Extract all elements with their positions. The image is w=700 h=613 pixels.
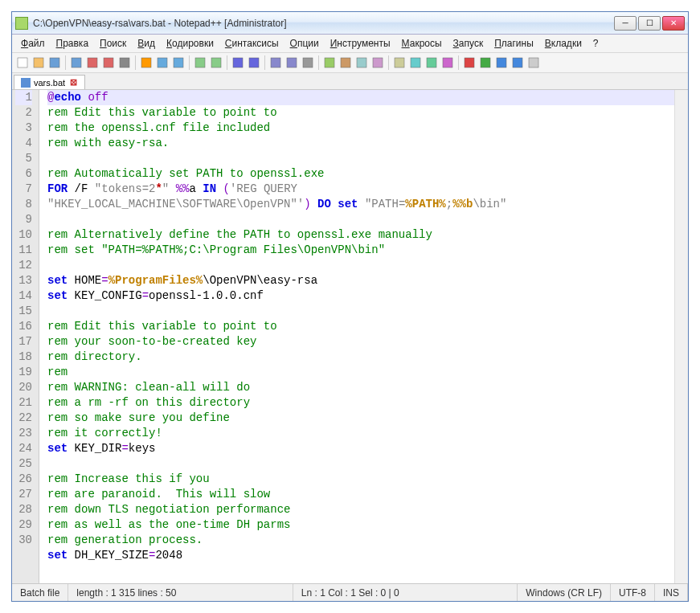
menu-вид[interactable]: Вид <box>132 36 161 51</box>
svg-rect-14 <box>271 58 280 67</box>
code-line[interactable]: rem are paranoid. This will slow <box>47 487 674 502</box>
status-eol[interactable]: Windows (CR LF) <box>518 584 611 601</box>
save-macro-icon[interactable] <box>526 55 541 70</box>
close-icon[interactable] <box>85 55 100 70</box>
vertical-scrollbar[interactable] <box>674 90 688 583</box>
play-multi-icon[interactable] <box>510 55 525 70</box>
code-content[interactable]: @echo offrem Edit this variable to point… <box>39 90 674 583</box>
menu-кодировки[interactable]: Кодировки <box>161 36 219 51</box>
zoom-out-icon[interactable] <box>285 55 299 70</box>
status-bar: Batch file length : 1 315 lines : 50 Ln … <box>12 583 688 601</box>
menu-поиск[interactable]: Поиск <box>94 36 132 51</box>
stop-macro-icon[interactable] <box>478 55 493 70</box>
svg-rect-19 <box>357 58 366 67</box>
svg-rect-4 <box>88 58 97 67</box>
record-macro-icon[interactable] <box>462 55 477 70</box>
minimize-button[interactable]: ─ <box>614 16 637 31</box>
menu-опции[interactable]: Опции <box>285 36 325 51</box>
menu-файл[interactable]: Файл <box>15 36 51 51</box>
lang-icon[interactable] <box>370 55 385 70</box>
monitor-icon[interactable] <box>392 55 407 70</box>
status-encoding[interactable]: UTF-8 <box>611 584 655 601</box>
code-line[interactable]: rem so make sure you define <box>47 411 674 426</box>
code-line[interactable] <box>47 212 674 227</box>
code-line[interactable] <box>47 151 674 166</box>
close-button[interactable]: ✕ <box>662 16 685 31</box>
code-line[interactable]: rem the openssl.cnf file included <box>47 121 674 136</box>
indent-guide-icon[interactable] <box>354 55 369 70</box>
code-line[interactable] <box>47 258 674 273</box>
undo-icon[interactable] <box>193 55 207 70</box>
replace-icon[interactable] <box>247 55 261 70</box>
code-line[interactable]: set HOME=%ProgramFiles%\OpenVPN\easy-rsa <box>47 273 674 288</box>
svg-rect-28 <box>513 58 522 67</box>
svg-rect-18 <box>341 58 350 67</box>
code-line[interactable]: rem generation process. <box>47 533 674 548</box>
code-line[interactable]: set DH_KEY_SIZE=2048 <box>47 548 674 563</box>
code-line[interactable] <box>47 304 674 319</box>
folder-icon[interactable] <box>440 55 455 70</box>
code-line[interactable] <box>47 456 674 472</box>
redo-icon[interactable] <box>209 55 223 70</box>
code-line[interactable]: rem Alternatively define the PATH to ope… <box>47 227 674 243</box>
code-line[interactable]: set KEY_DIR=keys <box>47 441 674 456</box>
svg-rect-16 <box>303 58 313 67</box>
menu-инструменты[interactable]: Инструменты <box>325 36 396 51</box>
paste-icon[interactable] <box>171 55 186 70</box>
line-number: 1 <box>15 90 32 105</box>
doc-map-icon[interactable] <box>408 55 423 70</box>
menu-запуск[interactable]: Запуск <box>448 36 489 51</box>
code-line[interactable]: rem Edit this variable to point to <box>47 319 674 334</box>
status-filetype: Batch file <box>12 584 68 601</box>
save-all-icon[interactable] <box>69 55 84 70</box>
save-icon[interactable] <box>47 55 62 70</box>
code-line[interactable]: rem it correctly! <box>47 426 674 441</box>
menu-?[interactable]: ? <box>587 36 604 51</box>
sync-icon[interactable] <box>301 55 315 70</box>
code-line[interactable]: rem set "PATH=%PATH%;C:\Program Files\Op… <box>47 243 674 258</box>
find-icon[interactable] <box>231 55 245 70</box>
code-line[interactable]: rem with easy-rsa. <box>47 136 674 151</box>
line-number: 23 <box>15 426 32 441</box>
menu-плагины[interactable]: Плагины <box>489 36 539 51</box>
code-line[interactable]: rem your soon-to-be-created key <box>47 334 674 349</box>
open-icon[interactable] <box>31 55 46 70</box>
window-title: C:\OpenVPN\easy-rsa\vars.bat - Notepad++… <box>33 18 614 29</box>
code-line[interactable]: set KEY_CONFIG=openssl-1.0.0.cnf <box>47 288 674 304</box>
file-tab[interactable]: vars.bat ⊠ <box>14 75 85 89</box>
all-chars-icon[interactable] <box>338 55 353 70</box>
play-macro-icon[interactable] <box>494 55 509 70</box>
code-line[interactable]: rem Edit this variable to point to <box>47 105 674 121</box>
code-line[interactable]: rem Increase this if you <box>47 472 674 487</box>
cut-icon[interactable] <box>139 55 154 70</box>
code-line[interactable]: rem as well as the one-time DH parms <box>47 517 674 533</box>
print-icon[interactable] <box>117 55 132 70</box>
svg-rect-21 <box>395 58 404 67</box>
code-line[interactable]: rem Automatically set PATH to openssl.ex… <box>47 166 674 182</box>
svg-rect-25 <box>465 58 474 67</box>
menu-синтаксисы[interactable]: Синтаксисы <box>219 36 285 51</box>
func-list-icon[interactable] <box>424 55 439 70</box>
menu-макросы[interactable]: Макросы <box>396 36 448 51</box>
new-icon[interactable] <box>15 55 30 70</box>
svg-rect-7 <box>141 58 151 67</box>
menu-правка[interactable]: Правка <box>51 36 95 51</box>
maximize-button[interactable]: ☐ <box>638 16 661 31</box>
editor-area[interactable]: 1234567891011121314151617181920212223242… <box>12 90 688 583</box>
code-line[interactable]: rem down TLS negotiation performance <box>47 502 674 517</box>
code-line[interactable]: @echo off <box>47 90 674 105</box>
svg-rect-11 <box>211 58 221 67</box>
close-all-icon[interactable] <box>101 55 116 70</box>
code-line[interactable]: rem directory. <box>47 349 674 365</box>
status-mode[interactable]: INS <box>655 584 688 601</box>
tab-close-icon[interactable]: ⊠ <box>68 77 78 88</box>
svg-rect-10 <box>195 58 205 67</box>
code-line[interactable]: rem a rm -rf on this directory <box>47 395 674 411</box>
copy-icon[interactable] <box>155 55 170 70</box>
zoom-in-icon[interactable] <box>268 55 283 70</box>
wrap-icon[interactable] <box>322 55 337 70</box>
menu-вкладки[interactable]: Вкладки <box>539 36 587 51</box>
code-line[interactable]: rem WARNING: clean-all will do <box>47 380 674 395</box>
titlebar[interactable]: C:\OpenVPN\easy-rsa\vars.bat - Notepad++… <box>12 12 688 35</box>
code-line[interactable]: rem <box>47 365 674 380</box>
